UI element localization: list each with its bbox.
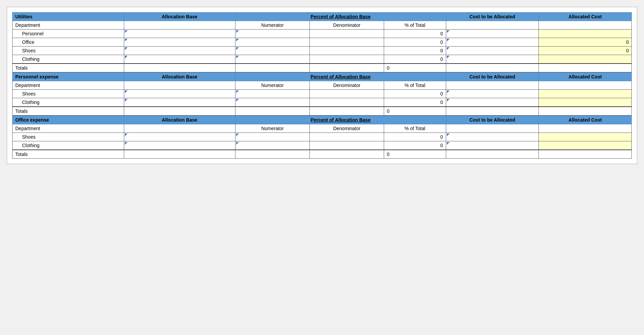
table-row: Clothing 0: [13, 141, 632, 150]
pct-of-total-label: % of Total: [384, 81, 446, 90]
allocated-cost-cell: [539, 133, 632, 141]
pct-value: 0: [384, 30, 446, 38]
alloc-base-input[interactable]: [124, 90, 235, 98]
row-label: Clothing: [13, 141, 124, 150]
alloc-base-input[interactable]: [124, 30, 235, 38]
cost-input[interactable]: [446, 38, 539, 47]
pct-value: 0: [384, 133, 446, 141]
denominator-label: Denominator: [310, 124, 384, 133]
alloc-base-input[interactable]: [124, 55, 235, 64]
allocation-table: Utilities Allocation Base Percent of All…: [12, 12, 632, 159]
pct-value: 0: [384, 38, 446, 47]
percent-header: Percent of Allocation Base: [235, 116, 446, 124]
totals-label: Totals: [13, 150, 124, 159]
percent-header: Percent of Allocation Base: [235, 13, 446, 21]
section-header-personnel: Personnel expense Allocation Base Percen…: [13, 73, 632, 81]
totals-row-personnel: Totals 0: [13, 107, 632, 116]
alloc-base-input[interactable]: [124, 141, 235, 150]
cost-input[interactable]: [446, 47, 539, 55]
numerator-input[interactable]: [235, 141, 310, 150]
allocated-cost-cell: [539, 55, 632, 64]
pct-value: 0: [384, 141, 446, 150]
allocated-cost-cell: [539, 98, 632, 107]
table-row: Office 0 0: [13, 38, 632, 47]
pct-value: 0: [384, 90, 446, 98]
numerator-input[interactable]: [235, 133, 310, 141]
row-label: Shoes: [13, 47, 124, 55]
allocated-cost-cell: [539, 141, 632, 150]
section-title: Utilities: [13, 13, 124, 21]
allocated-cost-cell: 0: [539, 47, 632, 55]
cost-input[interactable]: [446, 30, 539, 38]
table-row: Shoes 0: [13, 133, 632, 141]
numerator-input[interactable]: [235, 55, 310, 64]
alloc-base-header: Allocation Base: [124, 13, 235, 21]
totals-row-office: Totals 0: [13, 150, 632, 159]
cost-input[interactable]: [446, 98, 539, 107]
alloc-base-input[interactable]: [124, 133, 235, 141]
totals-row-utilities: Totals 0: [13, 64, 632, 72]
row-label: Shoes: [13, 90, 124, 98]
subheader-row-utilities: Department Numerator Denominator % of To…: [13, 21, 632, 30]
allocated-header: Allocated Cost: [539, 73, 632, 81]
section-header-office: Office expense Allocation Base Percent o…: [13, 116, 632, 124]
totals-label: Totals: [13, 64, 124, 72]
cost-header: Cost to be Allocated: [446, 116, 539, 124]
alloc-base-input[interactable]: [124, 38, 235, 47]
table-row: Shoes 0: [13, 90, 632, 98]
denominator-cell: [310, 55, 384, 64]
denominator-cell: [310, 141, 384, 150]
pct-of-total-label: % of Total: [384, 124, 446, 133]
numerator-input[interactable]: [235, 98, 310, 107]
section-title: Office expense: [13, 116, 124, 124]
row-label: Shoes: [13, 133, 124, 141]
numerator-label: Numerator: [235, 21, 310, 30]
row-label: Office: [13, 38, 124, 47]
table-row: Personnel 0: [13, 30, 632, 38]
pct-value: 0: [384, 47, 446, 55]
dept-label: Department: [13, 21, 124, 30]
allocated-header: Allocated Cost: [539, 13, 632, 21]
numerator-label: Numerator: [235, 124, 310, 133]
subheader-row-office: Department Numerator Denominator % of To…: [13, 124, 632, 133]
cost-input[interactable]: [446, 90, 539, 98]
dept-label: Department: [13, 81, 124, 90]
cost-header: Cost to be Allocated: [446, 13, 539, 21]
numerator-input[interactable]: [235, 38, 310, 47]
denominator-label: Denominator: [310, 21, 384, 30]
numerator-input[interactable]: [235, 90, 310, 98]
denominator-cell: [310, 38, 384, 47]
pct-value: 0: [384, 55, 446, 64]
pct-value: 0: [384, 98, 446, 107]
alloc-base-input[interactable]: [124, 98, 235, 107]
allocated-cost-cell: [539, 30, 632, 38]
totals-pct: 0: [384, 64, 446, 72]
main-container: Utilities Allocation Base Percent of All…: [7, 7, 637, 164]
cost-input[interactable]: [446, 133, 539, 141]
denominator-label: Denominator: [310, 81, 384, 90]
row-label: Clothing: [13, 55, 124, 64]
totals-label: Totals: [13, 107, 124, 116]
numerator-input[interactable]: [235, 30, 310, 38]
row-label: Personnel: [13, 30, 124, 38]
denominator-cell: [310, 30, 384, 38]
pct-of-total-label: % of Total: [384, 21, 446, 30]
allocated-header: Allocated Cost: [539, 116, 632, 124]
cost-input[interactable]: [446, 55, 539, 64]
percent-header: Percent of Allocation Base: [235, 73, 446, 81]
numerator-input[interactable]: [235, 47, 310, 55]
totals-pct: 0: [384, 107, 446, 116]
section-title: Personnel expense: [13, 73, 124, 81]
subheader-row-personnel: Department Numerator Denominator % of To…: [13, 81, 632, 90]
table-row: Clothing 0: [13, 98, 632, 107]
alloc-base-header: Allocation Base: [124, 73, 235, 81]
numerator-label: Numerator: [235, 81, 310, 90]
alloc-base-header: Allocation Base: [124, 116, 235, 124]
totals-pct: 0: [384, 150, 446, 159]
alloc-base-input[interactable]: [124, 47, 235, 55]
allocated-cost-cell: 0: [539, 38, 632, 47]
denominator-cell: [310, 98, 384, 107]
cost-input[interactable]: [446, 141, 539, 150]
section-header-utilities: Utilities Allocation Base Percent of All…: [13, 13, 632, 21]
cost-header: Cost to be Allocated: [446, 73, 539, 81]
